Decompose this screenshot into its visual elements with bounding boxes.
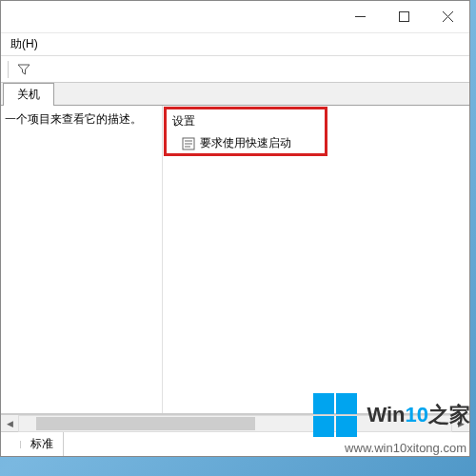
app-window: 助(H) 关机 一个项目来查看它的描述。 设置 <box>0 0 470 457</box>
description-pane: 一个项目来查看它的描述。 <box>1 106 163 413</box>
toolbar <box>1 56 469 83</box>
section-label: 设置 <box>172 113 460 129</box>
close-icon <box>443 11 453 22</box>
tab-shutdown[interactable]: 关机 <box>3 83 54 106</box>
bottom-tab-2[interactable]: 标准 <box>21 432 64 456</box>
content-area: 关机 一个项目来查看它的描述。 设置 要求使用快速启动 <box>1 83 469 414</box>
scroll-zone: ◀ ▶ <box>1 414 469 431</box>
filter-button[interactable] <box>13 59 34 80</box>
main-area: 一个项目来查看它的描述。 设置 要求使用快速启动 <box>1 106 469 413</box>
close-button[interactable] <box>426 1 469 33</box>
scrollbar-thumb[interactable] <box>36 417 255 430</box>
filter-icon <box>17 63 30 76</box>
scroll-left-button[interactable]: ◀ <box>1 415 18 432</box>
menubar: 助(H) <box>1 33 469 56</box>
category-tabs: 关机 <box>1 83 469 106</box>
horizontal-scrollbar[interactable] <box>18 415 452 432</box>
menu-help[interactable]: 助(H) <box>5 34 44 54</box>
toolbar-separator <box>8 61 9 78</box>
description-hint: 一个项目来查看它的描述。 <box>5 111 158 128</box>
maximize-icon <box>399 11 409 22</box>
maximize-button[interactable] <box>382 1 426 33</box>
titlebar <box>1 1 469 33</box>
policy-icon <box>182 137 195 150</box>
setting-item-label: 要求使用快速启动 <box>200 135 291 151</box>
setting-item-fast-startup[interactable]: 要求使用快速启动 <box>180 133 460 153</box>
bottom-tab-1[interactable] <box>1 441 21 448</box>
minimize-button[interactable] <box>338 1 382 33</box>
settings-pane: 设置 要求使用快速启动 <box>163 106 469 413</box>
scroll-right-button[interactable]: ▶ <box>452 415 469 432</box>
svg-rect-1 <box>399 12 408 22</box>
bottom-tabs: 标准 <box>1 431 469 456</box>
minimize-icon <box>355 11 366 22</box>
